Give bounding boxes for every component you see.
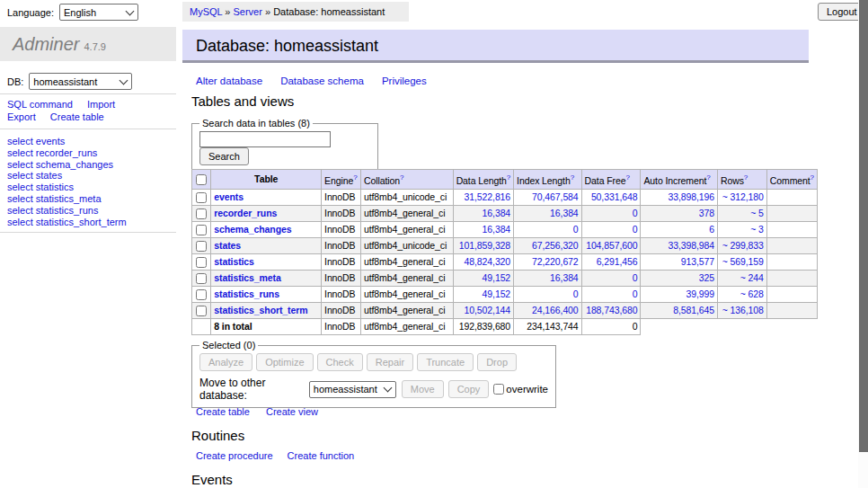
cell-index_length[interactable]: 0 bbox=[514, 221, 582, 237]
data_free-link[interactable]: 0 bbox=[633, 208, 638, 218]
rows-link[interactable]: ~ 3 bbox=[750, 224, 764, 235]
rows-link[interactable]: ~ 312,180 bbox=[722, 191, 764, 202]
table-name-link[interactable]: statistics_runs bbox=[214, 288, 279, 299]
column-help-link[interactable]: ? bbox=[571, 173, 574, 182]
sidebar-select-link[interactable]: select statistics_short_term bbox=[7, 217, 127, 227]
rows-link[interactable]: ~ 299,833 bbox=[722, 240, 764, 251]
sidebar-import-link[interactable]: Import bbox=[87, 99, 115, 110]
sidebar-select-link[interactable]: select events bbox=[7, 136, 65, 146]
cell-table[interactable]: statistics_runs bbox=[211, 286, 322, 302]
index_length-link[interactable]: 24,166,400 bbox=[532, 305, 579, 315]
data_length-link[interactable]: 101,859,328 bbox=[459, 240, 510, 251]
cell-auto_increment[interactable]: 39,999 bbox=[641, 286, 718, 302]
cell-data_free[interactable]: 104,857,600 bbox=[581, 237, 641, 253]
cell-rows[interactable]: ~ 3 bbox=[717, 221, 766, 237]
cell-auto_increment[interactable]: 913,577 bbox=[641, 253, 718, 270]
rows-link[interactable]: ~ 244 bbox=[740, 272, 764, 283]
analyze-button[interactable]: Analyze bbox=[199, 353, 252, 371]
cell-data_length[interactable]: 31,522,816 bbox=[453, 189, 513, 205]
cell-data_length[interactable]: 49,152 bbox=[453, 286, 513, 302]
copy-button[interactable]: Copy bbox=[448, 380, 490, 398]
cell-auto_increment[interactable]: 33,398,984 bbox=[641, 237, 718, 253]
column-help-link[interactable]: ? bbox=[706, 173, 710, 182]
auto_increment-link[interactable]: 6 bbox=[709, 224, 714, 235]
cell-data_free[interactable]: 188,743,680 bbox=[581, 302, 641, 318]
auto_increment-link[interactable]: 325 bbox=[699, 272, 714, 283]
cell-table[interactable]: statistics_short_term bbox=[211, 302, 322, 318]
row-checkbox[interactable] bbox=[196, 257, 207, 268]
cell-rows[interactable]: ~ 569,159 bbox=[717, 253, 766, 270]
db-select[interactable]: homeassistant bbox=[29, 73, 132, 90]
sidebar-select-link[interactable]: select schema_changes bbox=[7, 159, 113, 170]
cell-rows[interactable]: ~ 136,108 bbox=[717, 302, 766, 318]
sidebar-select-link[interactable]: select statistics_runs bbox=[7, 205, 98, 216]
index_length-link[interactable]: 0 bbox=[573, 224, 579, 235]
auto_increment-link[interactable]: 8,581,645 bbox=[673, 305, 714, 315]
row-checkbox[interactable] bbox=[196, 209, 207, 219]
language-select[interactable]: English bbox=[59, 4, 138, 21]
index_length-link[interactable]: 0 bbox=[573, 288, 579, 299]
cell-index_length[interactable]: 72,220,672 bbox=[514, 253, 582, 270]
sidebar-select-link[interactable]: select states bbox=[7, 170, 62, 181]
database-schema-link[interactable]: Database schema bbox=[280, 75, 364, 86]
data_free-link[interactable]: 0 bbox=[633, 288, 638, 299]
data_length-link[interactable]: 16,384 bbox=[483, 224, 511, 235]
cell-auto_increment[interactable]: 325 bbox=[641, 270, 718, 286]
row-checkbox-cell[interactable] bbox=[192, 286, 211, 302]
move-db-select[interactable]: homeassistant bbox=[309, 381, 396, 398]
data_free-link[interactable]: 188,743,680 bbox=[586, 305, 637, 315]
page-scrollbar[interactable] bbox=[858, 0, 868, 488]
scrollbar-thumb[interactable] bbox=[859, 0, 868, 452]
cell-table[interactable]: statistics bbox=[211, 253, 322, 270]
privileges-link[interactable]: Privileges bbox=[382, 75, 427, 86]
cell-auto_increment[interactable]: 378 bbox=[641, 205, 718, 221]
create-function-link[interactable]: Create function bbox=[288, 450, 355, 461]
cell-data_length[interactable]: 48,824,320 bbox=[453, 253, 513, 270]
row-checkbox-cell[interactable] bbox=[192, 253, 211, 270]
sidebar-select-link[interactable]: select recorder_runs bbox=[7, 147, 97, 158]
data_free-link[interactable]: 104,857,600 bbox=[586, 240, 637, 251]
column-help-link[interactable]: ? bbox=[625, 173, 629, 182]
row-checkbox[interactable] bbox=[196, 306, 207, 316]
cell-data_free[interactable]: 0 bbox=[581, 205, 641, 221]
column-help-link[interactable]: ? bbox=[507, 173, 510, 182]
cell-data_length[interactable]: 16,384 bbox=[453, 221, 513, 237]
data_length-link[interactable]: 49,152 bbox=[483, 272, 511, 283]
create-procedure-link[interactable]: Create procedure bbox=[196, 450, 273, 461]
column-help-link[interactable]: ? bbox=[744, 173, 748, 182]
table-name-link[interactable]: schema_changes bbox=[214, 224, 291, 235]
sidebar-select-link[interactable]: select statistics_meta bbox=[7, 193, 102, 204]
auto_increment-link[interactable]: 33,898,196 bbox=[668, 191, 714, 202]
row-checkbox[interactable] bbox=[196, 225, 207, 235]
data_free-link[interactable]: 50,331,648 bbox=[591, 191, 638, 202]
cell-data_length[interactable]: 49,152 bbox=[453, 270, 513, 286]
breadcrumb-item[interactable]: MySQL bbox=[190, 6, 222, 17]
rows-link[interactable]: ~ 5 bbox=[750, 208, 764, 218]
breadcrumb-item[interactable]: Server bbox=[234, 6, 262, 17]
cell-data_free[interactable]: 6,291,456 bbox=[581, 253, 641, 270]
cell-data_free[interactable]: 0 bbox=[581, 221, 641, 237]
sidebar-export-link[interactable]: Export bbox=[7, 111, 36, 122]
cell-rows[interactable]: ~ 244 bbox=[717, 270, 766, 286]
cell-data_length[interactable]: 16,384 bbox=[453, 205, 513, 221]
select-all-cell[interactable] bbox=[192, 170, 211, 190]
row-checkbox[interactable] bbox=[196, 273, 207, 284]
rows-link[interactable]: ~ 136,108 bbox=[722, 305, 764, 315]
row-checkbox[interactable] bbox=[196, 241, 207, 252]
cell-rows[interactable]: ~ 5 bbox=[717, 205, 766, 221]
row-checkbox[interactable] bbox=[196, 289, 207, 300]
data_length-link[interactable]: 10,502,144 bbox=[465, 305, 511, 315]
index_length-link[interactable]: 67,256,320 bbox=[532, 240, 579, 251]
auto_increment-link[interactable]: 378 bbox=[699, 208, 714, 218]
cell-table[interactable]: events bbox=[211, 189, 322, 205]
column-help-link[interactable]: ? bbox=[353, 173, 357, 182]
row-checkbox-cell[interactable] bbox=[192, 237, 211, 253]
cell-table[interactable]: statistics_meta bbox=[211, 270, 322, 286]
index_length-link[interactable]: 16,384 bbox=[550, 272, 579, 283]
auto_increment-link[interactable]: 33,398,984 bbox=[668, 240, 714, 251]
cell-auto_increment[interactable]: 33,898,196 bbox=[641, 189, 718, 205]
cell-index_length[interactable]: 16,384 bbox=[514, 205, 582, 221]
data_length-link[interactable]: 49,152 bbox=[483, 288, 511, 299]
cell-rows[interactable]: ~ 312,180 bbox=[717, 189, 766, 205]
data_free-link[interactable]: 0 bbox=[633, 272, 638, 283]
